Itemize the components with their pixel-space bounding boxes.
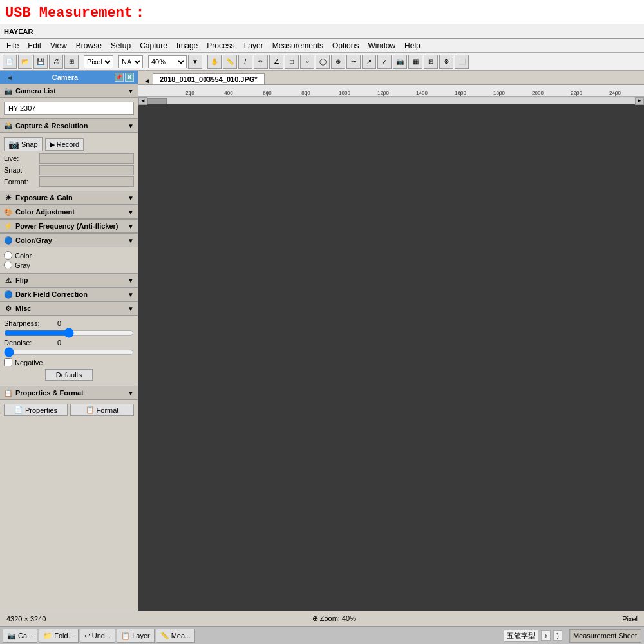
grid-btn[interactable]: ⊞ [64, 55, 79, 69]
print-btn[interactable]: 🖨 [49, 55, 63, 69]
snap-input[interactable] [39, 165, 134, 175]
ime-close[interactable]: ) [553, 630, 562, 641]
scroll-track[interactable] [147, 98, 635, 104]
color-radio[interactable] [4, 251, 12, 260]
na-select[interactable]: NA [118, 55, 143, 68]
format-label: Format: [4, 178, 39, 185]
scroll-left-btn[interactable]: ◄ [138, 97, 147, 105]
cursor-icon: ⊕ [312, 614, 318, 622]
menu-item-setup[interactable]: Setup [107, 40, 135, 52]
camera-item[interactable]: HY-2307 [4, 102, 134, 115]
menu-item-view[interactable]: View [46, 40, 71, 52]
rect-btn[interactable]: □ [285, 55, 299, 69]
gray-radio[interactable] [4, 261, 12, 269]
menu-item-help[interactable]: Help [401, 40, 424, 52]
live-input[interactable] [39, 153, 134, 164]
snap-label: Snap [21, 140, 38, 148]
exposure-section[interactable]: ☀ Exposure & Gain ▼ [0, 191, 138, 205]
measure-btn[interactable]: 📏 [223, 55, 237, 69]
negative-checkbox[interactable] [4, 358, 12, 366]
move-btn[interactable]: ⤢ [377, 55, 392, 69]
measurement-sheet-btn[interactable]: Measurement Sheet [569, 629, 641, 643]
zoom-down-btn[interactable]: ▼ [188, 55, 202, 69]
menu-item-measurements[interactable]: Measurements [269, 40, 327, 52]
camera-tool[interactable]: 📷 [393, 55, 407, 69]
arrow-nav[interactable]: ◄ [141, 77, 153, 84]
properties-section[interactable]: 📋 Properties & Format ▼ [0, 386, 138, 400]
ime-toggle[interactable]: 五笔字型 [504, 630, 538, 642]
camera-name: HY-2307 [8, 104, 35, 112]
flip-section[interactable]: ⚠ Flip ▼ [0, 273, 138, 287]
circle-btn[interactable]: ○ [300, 55, 314, 69]
save-btn[interactable]: 💾 [33, 55, 48, 69]
menu-item-file[interactable]: File [3, 40, 23, 52]
format-button[interactable]: 📋 Format [70, 404, 134, 416]
camera-list-section[interactable]: 📷 Camera List ▼ [0, 84, 138, 98]
sharpness-slider[interactable] [4, 328, 134, 337]
taskbar-folder[interactable]: 📁 Fold... [39, 629, 79, 643]
menu-item-edit[interactable]: Edit [24, 40, 45, 52]
line-btn[interactable]: / [238, 55, 252, 69]
menu-item-layer[interactable]: Layer [240, 40, 267, 52]
menu-item-process[interactable]: Process [203, 40, 238, 52]
properties-content: 📄 Properties 📋 Format [0, 400, 138, 420]
open-btn[interactable]: 📂 [18, 55, 32, 69]
panel-close-btn[interactable]: ✕ [125, 73, 134, 82]
scroll-right-btn[interactable]: ► [635, 97, 644, 105]
format-input[interactable] [39, 176, 134, 187]
taskbar-undo[interactable]: ↩ Und... [80, 629, 115, 643]
arrow-left[interactable]: ◄ [4, 74, 15, 81]
menu-item-capture[interactable]: Capture [136, 40, 171, 52]
denoise-slider[interactable] [4, 348, 134, 357]
properties-arrow: ▼ [128, 390, 134, 397]
settings-btn[interactable]: ⚙ [439, 55, 453, 69]
status-bar: 4320 × 3240 ⊕ Zoom: 40% Pixel [0, 611, 644, 626]
ellipse-btn[interactable]: ◯ [316, 55, 330, 69]
point-btn[interactable]: ⊕ [331, 55, 345, 69]
power-freq-arrow: ▼ [128, 223, 134, 230]
properties-button[interactable]: 📄 Properties [4, 404, 68, 416]
hand-tool[interactable]: ✋ [207, 55, 222, 69]
flip-arrow: ▼ [128, 277, 134, 284]
arrow-btn[interactable]: ↗ [362, 55, 376, 69]
active-tab[interactable]: 2018_0101_003554_010.JPG* [153, 73, 265, 84]
panel-pin-btn[interactable]: 📌 [115, 73, 124, 82]
taskbar-mea-icon: 📏 [160, 632, 169, 640]
export-btn[interactable]: ⬜ [455, 55, 469, 69]
scroll-thumb[interactable] [147, 98, 167, 104]
snap-button[interactable]: 📷 Snap [4, 137, 43, 151]
path-btn[interactable]: ⊸ [346, 55, 361, 69]
grid2-btn[interactable]: ▦ [408, 55, 422, 69]
color-gray-arrow: ▼ [128, 237, 134, 244]
taskbar-layer-label: Layer [132, 632, 150, 639]
dark-field-section[interactable]: 🔵 Dark Field Correction ▼ [0, 287, 138, 301]
app-name: HAYEAR [4, 28, 33, 35]
gray-radio-label: Gray [15, 261, 30, 269]
menu-item-window[interactable]: Window [364, 40, 399, 52]
taskbar-camera[interactable]: 📷 Ca... [3, 629, 37, 643]
pixel-select[interactable]: Pixel [84, 55, 113, 68]
menu-item-browse[interactable]: Browse [72, 40, 106, 52]
color-gray-section[interactable]: 🔵 Color/Gray ▼ [0, 233, 138, 247]
table-btn[interactable]: ⊞ [424, 55, 438, 69]
angle-btn[interactable]: ∠ [269, 55, 283, 69]
taskbar-mea[interactable]: 📏 Mea... [156, 629, 196, 643]
misc-section[interactable]: ⚙ Misc ▼ [0, 301, 138, 316]
negative-label: Negative [15, 359, 43, 366]
menu-item-options[interactable]: Options [328, 40, 363, 52]
new-btn[interactable]: 📄 [3, 55, 17, 69]
taskbar-folder-icon: 📁 [43, 632, 52, 640]
record-button[interactable]: ▶ Record [45, 138, 84, 151]
zoom-select[interactable]: 40% [148, 55, 187, 68]
power-freq-label: Power Frequency (Anti-flicker) [15, 222, 118, 230]
pen-btn[interactable]: ✏ [254, 55, 268, 69]
ime-label: 五笔字型 [507, 632, 535, 639]
power-freq-section[interactable]: ⚡ Power Frequency (Anti-flicker) ▼ [0, 219, 138, 233]
taskbar-layer[interactable]: 📋 Layer [117, 629, 155, 643]
defaults-button[interactable]: Defaults [45, 369, 93, 381]
capture-section[interactable]: 📸 Capture & Resolution ▼ [0, 118, 138, 133]
menu-item-image[interactable]: Image [173, 40, 202, 52]
h-scrollbar: ◄ ► [138, 97, 644, 104]
ime-music[interactable]: ♪ [541, 630, 551, 641]
color-adj-section[interactable]: 🎨 Color Adjustment ▼ [0, 205, 138, 219]
